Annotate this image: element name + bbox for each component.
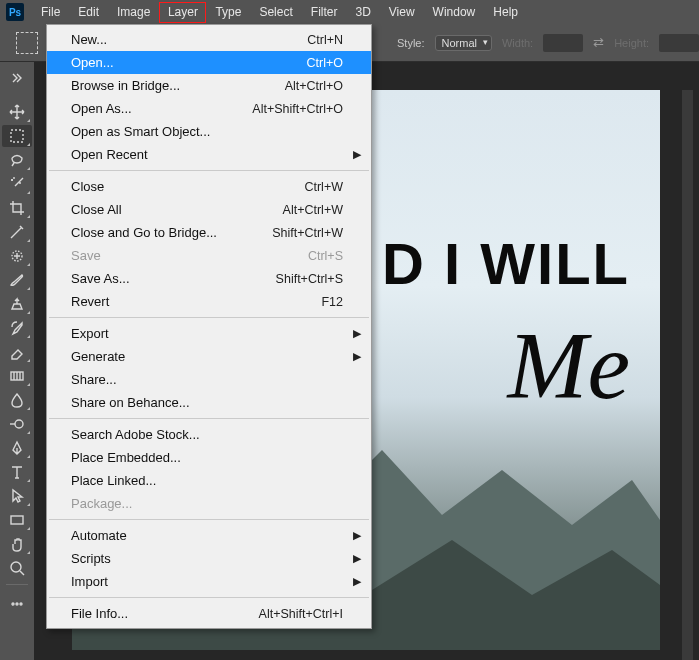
file-menu-dropdown: New...Ctrl+NOpen...Ctrl+OBrowse in Bridg… <box>46 24 372 629</box>
menu-place-linked[interactable]: Place Linked... <box>47 469 371 492</box>
menu-item-label: Package... <box>71 496 343 511</box>
menu-close-bridge[interactable]: Close and Go to Bridge...Shift+Ctrl+W <box>47 221 371 244</box>
menu-import[interactable]: Import▶ <box>47 570 371 593</box>
menu-shortcut: Alt+Ctrl+O <box>285 79 343 93</box>
scrollbar-vertical[interactable] <box>682 90 693 660</box>
menu-item-label: Search Adobe Stock... <box>71 427 343 442</box>
style-select[interactable]: Normal <box>435 35 492 51</box>
menu-help[interactable]: Help <box>484 1 527 23</box>
menu-scripts[interactable]: Scripts▶ <box>47 547 371 570</box>
menu-item-label: Open... <box>71 55 307 70</box>
blur-tool[interactable] <box>2 389 32 411</box>
menu-select[interactable]: Select <box>250 1 301 23</box>
menu-item-label: Close <box>71 179 304 194</box>
menu-shortcut: Shift+Ctrl+S <box>276 272 343 286</box>
width-input[interactable] <box>543 34 583 52</box>
menu-file[interactable]: File <box>32 1 69 23</box>
svg-rect-0 <box>11 130 23 142</box>
menu-item-label: File Info... <box>71 606 259 621</box>
menu-open[interactable]: Open...Ctrl+O <box>47 51 371 74</box>
rectangle-tool[interactable] <box>2 509 32 531</box>
magic-wand-tool[interactable] <box>2 173 32 195</box>
tools-panel <box>0 62 34 620</box>
menu-window[interactable]: Window <box>424 1 485 23</box>
menu-item-label: Save As... <box>71 271 276 286</box>
menu-view[interactable]: View <box>380 1 424 23</box>
pen-tool[interactable] <box>2 437 32 459</box>
expand-icon[interactable] <box>2 67 32 89</box>
menu-type[interactable]: Type <box>206 1 250 23</box>
type-tool[interactable] <box>2 461 32 483</box>
menu-item-label: Save <box>71 248 308 263</box>
menu-item-label: Share on Behance... <box>71 395 343 410</box>
menu-item-label: Automate <box>71 528 343 543</box>
menu-item-label: Scripts <box>71 551 343 566</box>
menu-item-label: Place Embedded... <box>71 450 343 465</box>
history-brush-tool[interactable] <box>2 317 32 339</box>
menu-item-label: New... <box>71 32 307 47</box>
eyedropper-tool[interactable] <box>2 221 32 243</box>
menu-save: SaveCtrl+S <box>47 244 371 267</box>
menu-open-smart[interactable]: Open as Smart Object... <box>47 120 371 143</box>
menu-item-label: Open Recent <box>71 147 343 162</box>
menu-item-label: Export <box>71 326 343 341</box>
menu-item-label: Import <box>71 574 343 589</box>
hand-tool[interactable] <box>2 533 32 555</box>
menu-shortcut: Ctrl+W <box>304 180 343 194</box>
menu-place-embedded[interactable]: Place Embedded... <box>47 446 371 469</box>
menu-close[interactable]: CloseCtrl+W <box>47 175 371 198</box>
gradient-tool[interactable] <box>2 365 32 387</box>
script-text: Me <box>507 310 630 421</box>
menu-shortcut: Shift+Ctrl+W <box>272 226 343 240</box>
menu-close-all[interactable]: Close AllAlt+Ctrl+W <box>47 198 371 221</box>
menu-new[interactable]: New...Ctrl+N <box>47 28 371 51</box>
menu-save-as[interactable]: Save As...Shift+Ctrl+S <box>47 267 371 290</box>
spot-heal-tool[interactable] <box>2 245 32 267</box>
marquee-tool[interactable] <box>2 125 32 147</box>
menu-shortcut: Ctrl+O <box>307 56 343 70</box>
svg-rect-4 <box>11 516 23 524</box>
menu-adobe-stock[interactable]: Search Adobe Stock... <box>47 423 371 446</box>
menu-image[interactable]: Image <box>108 1 159 23</box>
menu-export[interactable]: Export▶ <box>47 322 371 345</box>
headline-text: D I WILL <box>382 230 630 297</box>
menu-open-as[interactable]: Open As...Alt+Shift+Ctrl+O <box>47 97 371 120</box>
menu-open-recent[interactable]: Open Recent▶ <box>47 143 371 166</box>
height-input[interactable] <box>659 34 699 52</box>
menu-browse-bridge[interactable]: Browse in Bridge...Alt+Ctrl+O <box>47 74 371 97</box>
menu-item-label: Place Linked... <box>71 473 343 488</box>
menu-shortcut: Ctrl+S <box>308 249 343 263</box>
chevron-right-icon: ▶ <box>353 350 361 363</box>
zoom-tool[interactable] <box>2 557 32 579</box>
menu-share[interactable]: Share... <box>47 368 371 391</box>
menu-behance[interactable]: Share on Behance... <box>47 391 371 414</box>
menu-shortcut: Alt+Shift+Ctrl+O <box>252 102 343 116</box>
crop-tool[interactable] <box>2 197 32 219</box>
svg-point-6 <box>12 603 14 605</box>
menu-layer[interactable]: Layer <box>159 2 206 23</box>
edit-toolbar[interactable] <box>2 593 32 615</box>
menu-revert[interactable]: RevertF12 <box>47 290 371 313</box>
menu-filter[interactable]: Filter <box>302 1 347 23</box>
eraser-tool[interactable] <box>2 341 32 363</box>
menu-package: Package... <box>47 492 371 515</box>
menu-generate[interactable]: Generate▶ <box>47 345 371 368</box>
marquee-tool-icon[interactable] <box>16 32 38 54</box>
menu-bar: Ps File Edit Image Layer Type Select Fil… <box>0 0 699 24</box>
menu-3d[interactable]: 3D <box>346 1 379 23</box>
chevron-right-icon: ▶ <box>353 327 361 340</box>
menu-edit[interactable]: Edit <box>69 1 108 23</box>
chevron-right-icon: ▶ <box>353 575 361 588</box>
dodge-tool[interactable] <box>2 413 32 435</box>
menu-automate[interactable]: Automate▶ <box>47 524 371 547</box>
brush-tool[interactable] <box>2 269 32 291</box>
height-label: Height: <box>614 37 649 49</box>
menu-item-label: Open as Smart Object... <box>71 124 343 139</box>
move-tool[interactable] <box>2 101 32 123</box>
lasso-tool[interactable] <box>2 149 32 171</box>
swap-icon[interactable]: ⇄ <box>593 35 604 50</box>
path-select-tool[interactable] <box>2 485 32 507</box>
menu-shortcut: Ctrl+N <box>307 33 343 47</box>
clone-stamp-tool[interactable] <box>2 293 32 315</box>
menu-file-info[interactable]: File Info...Alt+Shift+Ctrl+I <box>47 602 371 625</box>
